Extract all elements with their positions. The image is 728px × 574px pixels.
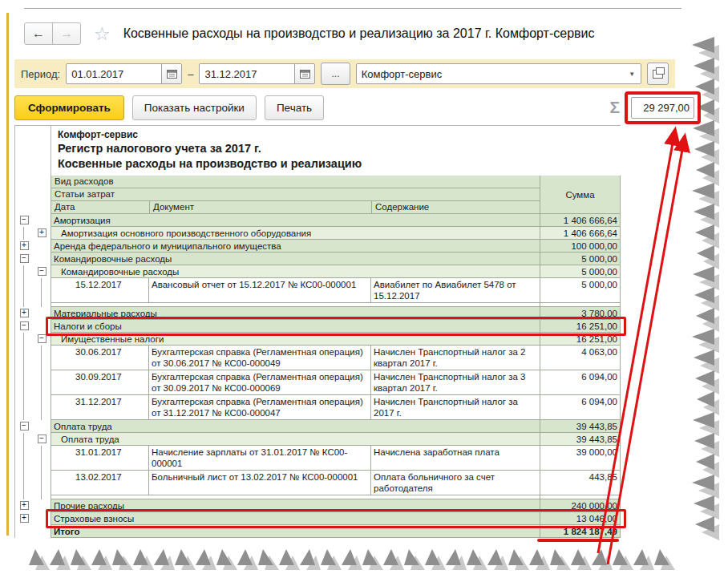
tree-slot [15, 265, 33, 278]
row-label: Страховые взносы [51, 512, 540, 525]
minus-expander-icon[interactable]: − [20, 321, 29, 330]
report-title-line1: Регистр налогового учета за 2017 г. [58, 141, 621, 156]
tree-slot: − [15, 420, 33, 433]
tree-slot [15, 433, 33, 446]
tree-slot [15, 446, 33, 471]
tree-gutter: − [15, 433, 51, 446]
row-document: Начисление зарплаты от 31.01.2017 № КС00… [149, 446, 371, 471]
tree-slot [15, 395, 33, 420]
tree-gutter [15, 446, 51, 471]
row-sum: 5 000,00 [540, 265, 621, 278]
row-sum: 5 000,00 [540, 278, 621, 303]
tree-slot [33, 395, 51, 420]
minus-expander-icon[interactable]: − [38, 267, 47, 276]
row-document: Бухгалтерская справка (Регламентная опер… [149, 346, 371, 370]
plus-expander-icon[interactable]: + [20, 241, 29, 250]
organization-combo[interactable]: Комфорт-сервис ▼ [356, 63, 642, 84]
tree-slot: + [15, 307, 33, 320]
row-sum: 13 046,00 [540, 512, 621, 525]
plus-expander-icon[interactable]: + [20, 309, 29, 317]
row-content: Оплата больничного за счет работодателя [371, 471, 540, 495]
tree-gutter: + [15, 512, 51, 525]
report-group-row: −Амортизация1 406 666,64 [15, 214, 621, 227]
titlebar: ← → ☆ Косвенные расходы на производство … [24, 21, 594, 46]
row-label: Оплата труда [51, 420, 540, 433]
report-group-row: +Прочие расходы240 000,00 [15, 499, 621, 512]
open-organization-button[interactable] [647, 63, 669, 85]
tree-slot: − [33, 333, 51, 346]
report-group-row: +Страховые взносы13 046,00 [15, 512, 621, 525]
row-label: Амортизация [51, 214, 540, 227]
report-detail-row: 31.01.2017Начисление зарплаты от 31.01.2… [15, 446, 621, 471]
row-label: Прочие расходы [51, 499, 540, 512]
minus-expander-icon[interactable]: − [20, 216, 29, 224]
app-window: ← → ☆ Косвенные расходы на производство … [0, 0, 728, 574]
calendar-button[interactable] [294, 64, 314, 83]
row-label: Итого [51, 525, 540, 538]
date-range-dash: – [188, 68, 193, 80]
row-document: Авансовый отчет от 15.12.2017 № КС00-000… [149, 278, 371, 303]
row-date: 31.12.2017 [51, 395, 149, 420]
annotation-red-underline [537, 539, 619, 542]
row-sum: 6 094,00 [540, 370, 621, 395]
row-sum: 39 443,85 [540, 433, 621, 446]
period-label: Период: [21, 68, 60, 80]
tree-slot [33, 307, 51, 320]
minus-expander-icon[interactable]: − [38, 435, 47, 443]
sigma-sum-icon: Σ [609, 98, 620, 117]
date-to-field[interactable]: 31.12.2017 [199, 63, 315, 84]
row-label: Аренда федерального и муниципального иму… [51, 240, 540, 253]
plus-expander-icon[interactable]: + [20, 514, 29, 523]
open-form-icon [653, 70, 663, 79]
row-sum: 100 000,00 [540, 240, 621, 253]
organization-value[interactable]: Комфорт-сервис [357, 64, 624, 83]
report-organization: Комфорт-сервис [58, 129, 621, 141]
tree-slot: + [15, 499, 33, 512]
report-group-row: +Материальные расходы3 780,00 [15, 307, 621, 320]
report-detail-row: 31.12.2017Бухгалтерская справка (Регламе… [15, 395, 621, 420]
date-from-field[interactable]: 01.01.2017 [66, 63, 182, 84]
forward-button[interactable]: → [52, 22, 81, 45]
generate-button[interactable]: Сформировать [14, 95, 124, 120]
tree-gutter [15, 278, 51, 303]
report-header-block: Комфорт-сервис Регистр налогового учета … [51, 126, 621, 176]
show-settings-button[interactable]: Показать настройки [132, 95, 257, 120]
plus-expander-icon[interactable]: + [38, 228, 47, 237]
print-button[interactable]: Печать [265, 95, 324, 120]
report-group-row: +Амортизация основного производственного… [15, 227, 621, 240]
row-sum: 16 251,00 [540, 333, 621, 346]
report-detail-row: 30.06.2017Бухгалтерская справка (Регламе… [15, 346, 621, 370]
report-detail-row: 13.02.2017Больничный лист от 13.02.2017 … [15, 471, 621, 495]
row-label: Имущественные налоги [51, 333, 540, 346]
minus-expander-icon[interactable]: − [38, 334, 47, 343]
back-button[interactable]: ← [24, 22, 53, 45]
favorite-star-icon[interactable]: ☆ [94, 25, 111, 42]
report-group-row: −Имущественные налоги16 251,00 [15, 333, 621, 346]
date-from-value[interactable]: 01.01.2017 [67, 64, 161, 83]
tree-slot [33, 346, 51, 370]
date-to-value[interactable]: 31.12.2017 [200, 64, 294, 83]
minus-expander-icon[interactable]: − [20, 422, 29, 430]
calendar-button[interactable] [161, 64, 181, 83]
tree-slot: − [33, 433, 51, 446]
report-detail-row: 30.09.2017Бухгалтерская справка (Регламе… [15, 370, 621, 395]
report-group-row: +Аренда федерального и муниципального им… [15, 240, 621, 253]
filter-band: Период: 01.01.2017 – 31.12.2017 [14, 59, 675, 88]
row-document: Бухгалтерская справка (Регламентная опер… [149, 370, 371, 395]
row-date: 30.09.2017 [51, 370, 149, 395]
report-table: Комфорт-сервис Регистр налогового учета … [14, 125, 621, 538]
period-more-button[interactable]: ... [321, 63, 350, 85]
chevron-down-icon[interactable]: ▼ [623, 64, 641, 83]
row-date: 31.01.2017 [51, 446, 149, 471]
row-content: Начислен Транспортный налог за 2 квартал… [371, 346, 540, 370]
tree-gutter: + [15, 240, 51, 253]
row-label: Налоги и сборы [51, 320, 540, 333]
tree-slot [33, 420, 51, 433]
row-sum: 16 251,00 [540, 320, 621, 333]
row-date: 30.06.2017 [51, 346, 149, 370]
plus-expander-icon[interactable]: + [20, 501, 29, 510]
row-sum: 240 000,00 [540, 499, 621, 512]
row-content: Начислен Транспортный налог за 2017 г. [371, 395, 540, 420]
minus-expander-icon[interactable]: − [20, 254, 29, 263]
column-header-sum: Сумма [540, 176, 621, 214]
